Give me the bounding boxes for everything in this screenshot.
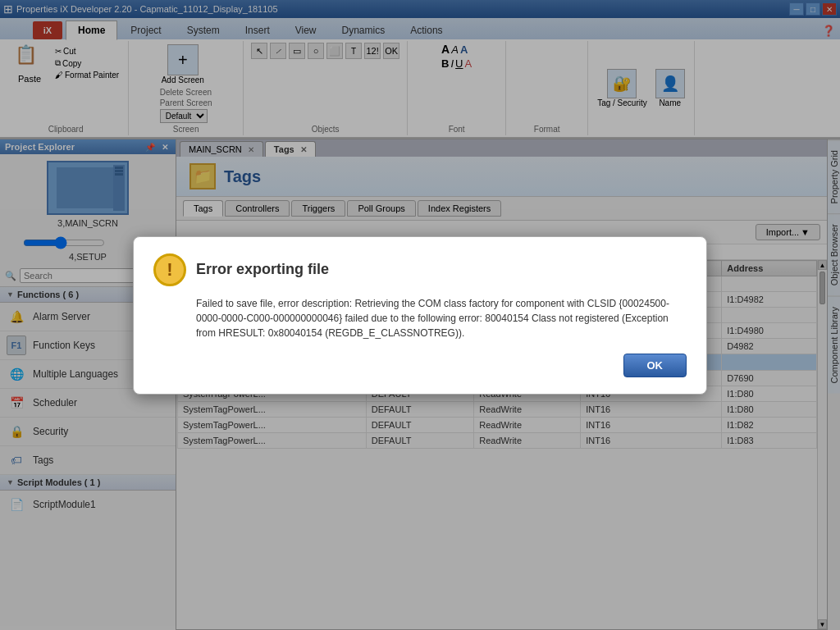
- error-dialog: ! Error exporting file Failed to save fi…: [133, 236, 707, 395]
- dialog-header: ! Error exporting file: [153, 253, 687, 286]
- dialog-footer: OK: [153, 354, 687, 377]
- warning-icon: !: [153, 253, 186, 286]
- modal-overlay: ! Error exporting file Failed to save fi…: [0, 0, 840, 630]
- dialog-title: Error exporting file: [196, 261, 329, 278]
- dialog-ok-button[interactable]: OK: [623, 354, 687, 377]
- dialog-message: Failed to save file, error description: …: [153, 296, 687, 340]
